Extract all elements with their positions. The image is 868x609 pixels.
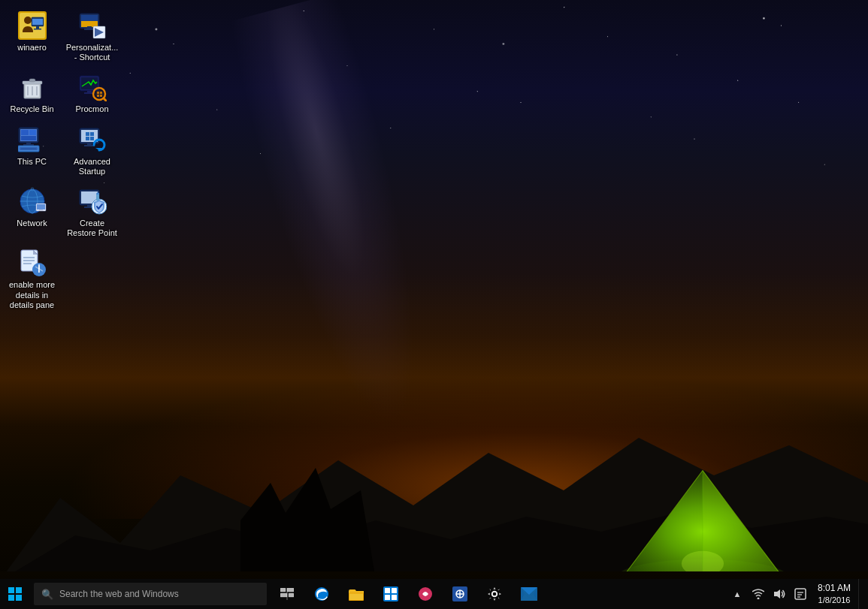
desktop: winaero: [0, 0, 868, 609]
svg-rect-45: [29, 130, 36, 135]
svg-marker-118: [774, 589, 780, 598]
clock-date: 1/8/2016: [818, 595, 851, 605]
svg-rect-99: [349, 592, 363, 594]
procmon-icon: [77, 72, 107, 102]
svg-rect-92: [287, 588, 294, 592]
create-restore-point-icon: [77, 186, 107, 216]
edge-button[interactable]: [305, 579, 338, 609]
system-tray: ▲: [724, 579, 868, 609]
advanced-startup-label: Advanced Startup: [65, 157, 119, 176]
icon-row-0: winaero: [4, 8, 120, 65]
desktop-icon-this-pc[interactable]: This PC: [4, 122, 60, 179]
svg-rect-101: [385, 588, 390, 593]
svg-rect-41: [100, 95, 102, 97]
svg-rect-14: [34, 29, 41, 30]
start-button[interactable]: [0, 579, 30, 609]
recycle-bin-icon: [17, 72, 47, 102]
recycle-bin-label: Recycle Bin: [10, 104, 53, 114]
mail-button[interactable]: [513, 579, 546, 609]
svg-rect-103: [385, 595, 390, 600]
desktop-icon-network[interactable]: Network: [4, 183, 60, 241]
desktop-icon-advanced-startup[interactable]: Advanced Startup: [64, 122, 120, 179]
clock[interactable]: 8:01 AM 1/8/2016: [812, 579, 857, 609]
procmon-label: Procmon: [75, 104, 108, 114]
svg-rect-46: [21, 136, 36, 140]
svg-point-11: [24, 17, 32, 24]
network-tray-icon[interactable]: [749, 579, 768, 609]
svg-rect-15: [32, 19, 43, 25]
desktop-icon-recycle-bin[interactable]: Recycle Bin: [4, 69, 60, 117]
svg-rect-94: [289, 593, 294, 597]
chevron-up-icon: ▲: [733, 589, 742, 598]
svg-rect-51: [21, 148, 36, 149]
personalization-label: Personalizat... - Shortcut: [65, 43, 119, 62]
svg-rect-38: [97, 92, 99, 94]
taskbar-apps: [267, 579, 724, 609]
desktop-icon-enable-more-details[interactable]: i enable more details in details pane: [4, 245, 60, 313]
volume-icon[interactable]: [770, 579, 789, 609]
action-center-icon[interactable]: [791, 579, 810, 609]
winaero-icon: [17, 11, 47, 41]
this-pc-label: This PC: [17, 157, 47, 167]
desktop-icon-personalization[interactable]: Personalizat... - Shortcut: [64, 8, 120, 65]
tent: [597, 445, 808, 580]
svg-rect-59: [90, 132, 94, 136]
svg-rect-58: [86, 132, 89, 136]
svg-point-117: [757, 598, 759, 600]
svg-rect-61: [90, 137, 94, 140]
advanced-startup-icon: [77, 125, 107, 155]
create-restore-point-label: Create Restore Point: [65, 219, 119, 238]
enable-more-details-icon: i: [17, 248, 47, 278]
clock-time: 8:01 AM: [818, 583, 851, 595]
icon-row-4: i enable more details in details pane: [4, 245, 60, 313]
svg-rect-67: [37, 204, 45, 210]
svg-point-111: [492, 592, 497, 596]
app2-button[interactable]: [443, 579, 476, 609]
svg-rect-60: [86, 137, 89, 140]
show-desktop-button[interactable]: [858, 579, 864, 609]
svg-rect-88: [16, 587, 22, 593]
desktop-icon-procmon[interactable]: Procmon: [64, 69, 120, 117]
desktop-icon-create-restore-point[interactable]: Create Restore Point: [64, 183, 120, 241]
network-icon: [17, 186, 47, 216]
show-hidden-icons-button[interactable]: ▲: [727, 579, 747, 609]
svg-rect-69: [38, 210, 44, 211]
svg-rect-40: [97, 95, 99, 97]
app1-button[interactable]: [409, 579, 442, 609]
svg-rect-119: [795, 589, 806, 599]
network-label: Network: [17, 219, 47, 228]
icon-row-2: This PC: [4, 122, 120, 179]
svg-rect-93: [280, 593, 287, 597]
svg-rect-44: [21, 130, 29, 135]
desktop-icons-area: winaero: [4, 8, 120, 313]
enable-more-details-label: enable more details in details pane: [5, 280, 59, 310]
desktop-icon-winaero[interactable]: winaero: [4, 8, 60, 65]
search-text: Search the web and Windows: [59, 589, 179, 599]
search-icon: 🔍: [41, 589, 53, 600]
svg-rect-91: [280, 588, 286, 592]
winaero-label: winaero: [17, 43, 47, 53]
svg-line-37: [104, 98, 106, 101]
taskbar: 🔍 Search the web and Windows: [0, 579, 868, 609]
svg-rect-102: [392, 588, 397, 593]
icon-row-1: Recycle Bin: [4, 69, 120, 117]
svg-rect-89: [8, 595, 14, 601]
store-button[interactable]: [374, 579, 407, 609]
file-explorer-button[interactable]: [340, 579, 373, 609]
svg-rect-104: [392, 595, 397, 600]
personalization-icon: [77, 11, 107, 41]
svg-rect-90: [16, 595, 22, 601]
svg-rect-87: [8, 587, 14, 593]
task-view-button[interactable]: [271, 579, 304, 609]
icon-row-3: Network: [4, 183, 120, 241]
svg-rect-39: [100, 92, 102, 94]
this-pc-icon: [17, 125, 47, 155]
search-bar[interactable]: 🔍 Search the web and Windows: [34, 583, 267, 605]
svg-rect-18: [81, 15, 98, 21]
svg-rect-27: [29, 79, 35, 82]
settings-button[interactable]: [478, 579, 511, 609]
